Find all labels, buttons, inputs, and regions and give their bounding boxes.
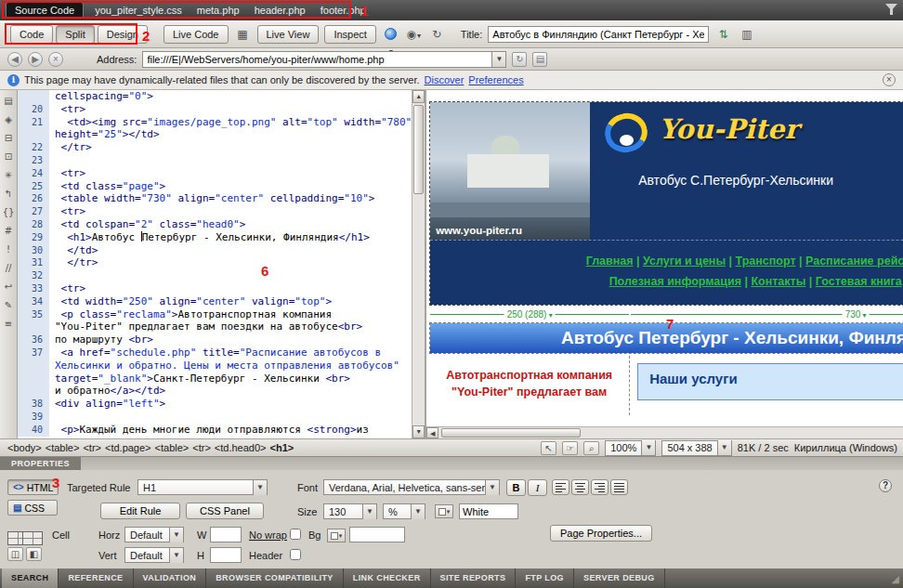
code-text[interactable]: </td> — [49, 244, 98, 257]
code-text[interactable]: height="25"></td> — [49, 128, 160, 141]
design-view-document[interactable]: www.you-piter.ru You-Piter Автобус С.Пет… — [426, 90, 903, 426]
panel-tab-validation[interactable]: VALIDATION — [134, 568, 207, 588]
code-editor[interactable]: cellspacing="0">20 <tr>21 <td><img src="… — [18, 90, 412, 438]
column-width-menu[interactable]: 730 — [843, 308, 870, 321]
bg-color-input[interactable] — [349, 527, 405, 542]
related-files-list-icon[interactable]: ▤ — [532, 52, 547, 67]
zoom-level-combo[interactable]: 100% ▼ — [605, 440, 656, 456]
size-dropdown-icon[interactable]: ▼ — [362, 504, 376, 519]
cell-height-input[interactable] — [210, 547, 242, 563]
expand-all-icon[interactable]: ✳ — [0, 168, 17, 183]
code-text[interactable]: <tr> — [49, 282, 85, 295]
code-text[interactable] — [49, 269, 55, 282]
related-file-tab[interactable]: you_piter_style.css — [87, 3, 190, 18]
text-color-swatch[interactable]: ▾ — [435, 504, 453, 518]
file-management-icon[interactable]: ⇅ — [714, 26, 732, 43]
panel-tab-link-checker[interactable]: LINK CHECKER — [344, 568, 431, 588]
font-combo[interactable]: Verdana, Arial, Helvetica, sans-serif ▼ — [323, 479, 500, 495]
collapse-full-tag-icon[interactable]: ⊟ — [0, 131, 17, 146]
tag-selector-item[interactable]: <h1> — [268, 442, 296, 453]
tag-selector-item[interactable]: <table> — [153, 442, 191, 453]
back-icon[interactable]: ◀ — [7, 52, 22, 67]
page-properties-button[interactable]: Page Properties... — [550, 525, 652, 542]
nav-link[interactable]: Главная — [586, 255, 634, 268]
check-browser-compatibility-icon[interactable]: ▦ — [234, 26, 252, 43]
panel-tab-server-debug[interactable]: SERVER DEBUG — [574, 568, 665, 588]
tag-selector-item[interactable]: <table> — [44, 442, 82, 453]
vert-dropdown-icon[interactable]: ▼ — [169, 548, 183, 563]
size-unit-combo[interactable]: % ▼ — [383, 503, 425, 519]
title-input[interactable] — [488, 26, 709, 43]
header-checkbox[interactable] — [290, 549, 301, 560]
select-parent-tag-icon[interactable]: ↰ — [0, 187, 17, 202]
align-right-button[interactable] — [591, 479, 609, 495]
hand-tool-icon[interactable]: ☞ — [562, 441, 578, 455]
text-color-input[interactable] — [459, 503, 518, 519]
select-tool-icon[interactable]: ↖ — [541, 441, 556, 455]
horz-combo[interactable]: Default ▼ — [124, 527, 184, 542]
balance-braces-icon[interactable]: {} — [0, 205, 17, 220]
inspect-button[interactable]: Inspect — [324, 25, 375, 44]
stop-icon[interactable]: × — [48, 52, 63, 67]
code-navigator-icon[interactable]: ◈ — [0, 112, 17, 127]
address-dropdown-icon[interactable]: ▼ — [491, 52, 505, 67]
panel-tab-reference[interactable]: REFERENCE — [59, 568, 133, 588]
code-text[interactable]: <td colspan="2" class="head0"> — [49, 218, 245, 231]
close-infobar-icon[interactable]: × — [883, 73, 896, 86]
design-horizontal-scrollbar[interactable]: ◀ ▶ — [426, 426, 903, 438]
code-scroll-thumb[interactable] — [413, 105, 424, 194]
code-text[interactable]: </tr> — [49, 256, 98, 269]
visual-aids-icon[interactable]: ◉▾ — [405, 26, 423, 43]
live-view-button[interactable]: Live View — [257, 25, 320, 44]
html-properties-toggle[interactable]: <> HTML — [7, 479, 59, 495]
nav-link[interactable]: Транспорт — [736, 255, 796, 268]
code-text[interactable]: <p class="reclama">Автотранспортная комп… — [49, 308, 332, 321]
tag-selector-item[interactable]: <tr> — [190, 442, 213, 453]
code-text[interactable] — [49, 411, 55, 424]
code-text[interactable]: <tr> — [49, 167, 85, 180]
merge-cells-icon[interactable]: ◫ — [7, 547, 23, 561]
code-text[interactable]: по маршруту <br> — [49, 333, 153, 346]
no-wrap-checkbox[interactable] — [290, 529, 301, 540]
panel-tab-ftp-log[interactable]: FTP LOG — [516, 568, 574, 588]
scroll-left-icon[interactable]: ◀ — [426, 427, 438, 438]
live-code-button[interactable]: Live Code — [164, 25, 229, 44]
code-text[interactable]: Хельсинки и обратно. Цены и места отправ… — [49, 359, 399, 372]
code-text[interactable]: </tr> — [49, 141, 92, 154]
code-text[interactable]: <td class="page"> — [49, 180, 165, 193]
zoom-tool-icon[interactable]: ⌕ — [583, 441, 599, 455]
split-view-button[interactable]: Split — [56, 25, 94, 44]
nav-link[interactable]: Полезная информация — [609, 275, 741, 288]
panel-tab-browser-compatibility[interactable]: BROWSER COMPATIBILITY — [206, 568, 344, 588]
css-properties-toggle[interactable]: ▤ CSS — [7, 500, 58, 516]
code-text[interactable]: <td width="250" align="center" valign="t… — [49, 295, 332, 308]
wrap-tag-icon[interactable]: ✎ — [0, 298, 17, 313]
code-text[interactable]: <tr> — [49, 103, 85, 116]
css-panel-button[interactable]: CSS Panel — [186, 503, 264, 519]
code-text[interactable]: <a href="schedule.php" title="Расписание… — [49, 346, 381, 359]
tag-selector-item[interactable]: <td.head0> — [213, 442, 268, 453]
tag-selector-item[interactable]: <body> — [6, 442, 44, 453]
preview-in-browser-icon[interactable]: ▾ — [382, 26, 399, 43]
code-text[interactable]: <td><img src="images/page_top.png" alt="… — [49, 116, 412, 129]
selected-table-outline[interactable]: www.you-piter.ru You-Piter Автобус С.Пет… — [429, 101, 903, 306]
bg-color-swatch[interactable]: ▾ — [327, 529, 346, 542]
nav-link[interactable]: Контакты — [751, 275, 805, 288]
size-combo[interactable]: 130 ▼ — [323, 503, 377, 519]
resize-grip-icon[interactable]: ◢ — [888, 568, 903, 588]
zoom-dropdown-icon[interactable]: ▼ — [641, 440, 655, 455]
split-cell-icon[interactable]: ◧ — [26, 547, 42, 561]
cell-width-input[interactable] — [210, 527, 242, 542]
vert-combo[interactable]: Default ▼ — [124, 547, 184, 563]
promo-cell[interactable]: Автотранспортная компания "You-Piter" пр… — [429, 356, 630, 415]
scroll-up-icon[interactable]: ▲ — [412, 90, 425, 103]
column-width-menu[interactable]: 250 (288) — [504, 308, 556, 321]
code-text[interactable]: target="_blank">Санкт-Петербург - Хельси… — [49, 372, 350, 385]
size-unit-dropdown-icon[interactable]: ▼ — [411, 504, 425, 519]
code-text[interactable]: "You-Piter" предлагает вам поездки на ав… — [49, 320, 362, 333]
design-view-button[interactable]: Design — [98, 25, 148, 44]
align-left-button[interactable] — [552, 479, 569, 495]
refresh-design-view-icon[interactable]: ↻ — [428, 26, 446, 43]
refresh-page-icon[interactable]: ↻ — [512, 52, 527, 67]
code-text[interactable] — [49, 154, 55, 167]
